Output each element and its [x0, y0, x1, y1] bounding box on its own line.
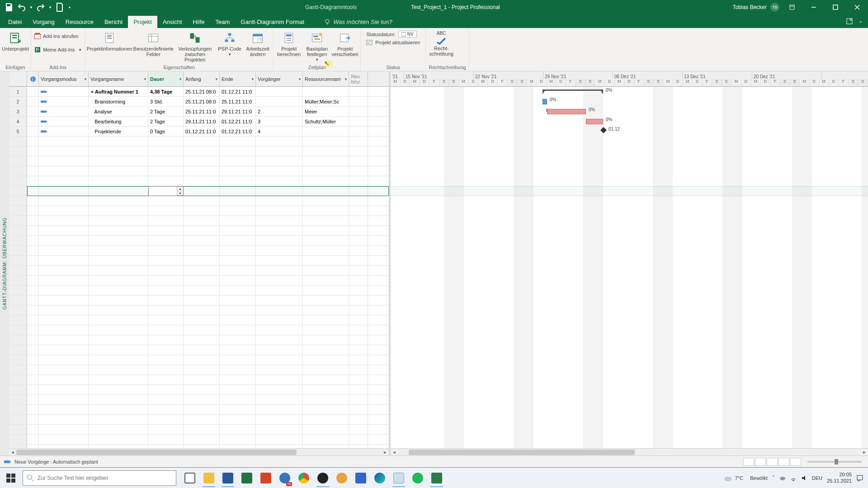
obs-icon[interactable] [314, 469, 332, 487]
minimize-button[interactable] [805, 0, 823, 14]
anfang-cell[interactable]: 25.11.21 11:0 [184, 107, 220, 116]
row-number[interactable] [9, 415, 27, 424]
tab-ansicht[interactable]: Ansicht [157, 16, 188, 28]
scroll-left-icon[interactable]: ◄ [9, 449, 16, 456]
basisplan-button[interactable]: Basisplan festlegen▼ [304, 30, 330, 62]
name-cell[interactable]: ▲Auftrag Nummer 1 [89, 87, 148, 96]
row-number[interactable] [9, 196, 27, 206]
projektinformationen-button[interactable]: Projektinformationen [88, 30, 131, 52]
row-number[interactable] [9, 166, 27, 176]
tab-ressource[interactable]: Ressource [60, 16, 99, 28]
ressourcen-cell[interactable]: Schultz;Müller [303, 117, 349, 126]
row-number[interactable] [9, 296, 27, 305]
table-row[interactable] [9, 136, 389, 146]
ende-cell[interactable]: 29.11.21 11:0 [220, 107, 256, 116]
start-button[interactable] [0, 468, 22, 488]
spin-down-icon[interactable]: ▼ [177, 191, 183, 196]
name-cell[interactable]: Analyse [89, 107, 148, 116]
spotify-icon[interactable] [409, 469, 427, 487]
status-date-button[interactable]: NV [398, 31, 417, 38]
vorgaenger-cell[interactable]: 3 [256, 117, 303, 126]
chrome-icon[interactable] [295, 469, 313, 487]
scroll-right-icon[interactable]: ► [861, 449, 868, 455]
name-cell[interactable]: Projektende [89, 127, 148, 136]
row-number[interactable] [9, 305, 27, 315]
tab-projekt[interactable]: Projekt [128, 16, 157, 28]
wifi-icon[interactable] [790, 475, 797, 481]
row-number[interactable] [9, 315, 27, 325]
table-row[interactable] [9, 405, 389, 415]
gantt-area[interactable]: 0% 0% 0% 0% 01.12 [391, 87, 868, 448]
view-task-usage-button[interactable] [755, 458, 766, 466]
dauer-cell[interactable]: 2 Tage [148, 117, 184, 126]
close-button[interactable] [848, 0, 866, 14]
table-row[interactable]: 5 Projektende0 Tage01.12.21 11:001.12.21… [9, 127, 389, 136]
table-row[interactable] [9, 286, 389, 296]
dauer-cell[interactable]: 3 Std. [148, 97, 184, 106]
vorgaenger-cell[interactable] [256, 87, 303, 96]
timeline-header[interactable]: '2115 Nov '2122 Nov '2129 Nov '2106 Dez … [391, 71, 868, 87]
addins-abrufen-button[interactable]: Add-Ins abrufen [34, 32, 82, 41]
vorgaenger-column-header[interactable]: Vorgänger▼ [256, 71, 303, 86]
table-row[interactable] [9, 276, 389, 286]
table-row[interactable] [9, 445, 389, 448]
notifications-icon[interactable] [856, 474, 863, 482]
row-number[interactable] [9, 435, 27, 444]
anfang-cell[interactable]: 01.12.21 11:0 [184, 127, 220, 136]
table-row[interactable] [9, 305, 389, 315]
powerpoint-icon[interactable] [257, 469, 275, 487]
tab-gantt-format[interactable]: Gantt-Diagramm Format [235, 16, 310, 28]
tab-hilfe[interactable]: Hilfe [188, 16, 210, 28]
table-row[interactable] [9, 365, 389, 375]
redo-icon[interactable] [35, 2, 46, 13]
edge-legacy-icon[interactable]: 73 [276, 469, 294, 487]
view-team-planner-button[interactable] [767, 458, 778, 466]
neu-cell[interactable] [349, 87, 368, 96]
table-row[interactable] [9, 395, 389, 405]
table-row[interactable] [9, 196, 389, 206]
ressourcen-cell[interactable]: Müller;Meier;Sc [303, 97, 349, 106]
weather-widget[interactable]: 7°C Bewölkt [723, 474, 768, 483]
row-number[interactable] [9, 345, 27, 355]
row-number[interactable] [9, 286, 27, 295]
task-bar-critical[interactable] [547, 109, 586, 114]
row-number[interactable] [9, 206, 27, 216]
row-number[interactable]: 4 [9, 117, 27, 126]
row-number[interactable]: 2 [9, 97, 27, 106]
view-report-button[interactable] [790, 458, 801, 466]
vorgaenger-cell[interactable] [256, 97, 303, 106]
table-row[interactable] [9, 375, 389, 385]
projekt-aktualisieren-button[interactable]: Projekt aktualisieren [366, 39, 420, 46]
projekt-berechnen-button[interactable]: Projekt berechnen [276, 30, 302, 57]
ribbon-display-icon[interactable] [783, 0, 801, 14]
table-row[interactable] [9, 206, 389, 216]
tell-me-search[interactable]: Was möchten Sie tun? [319, 16, 398, 28]
grid-horizontal-scrollbar[interactable]: ◄ ► [9, 448, 389, 455]
add-column-header[interactable]: Neu hinz [349, 71, 368, 86]
verknuepfungen-button[interactable]: Verknüpfungen zwischen Projekten [175, 30, 214, 62]
table-row[interactable] [9, 176, 389, 186]
row-number[interactable] [9, 246, 27, 255]
table-row[interactable] [9, 435, 389, 445]
spin-up-icon[interactable]: ▲ [177, 187, 183, 191]
save-icon[interactable] [4, 2, 14, 13]
dauer-cell[interactable]: 0 Tage [148, 127, 184, 136]
tab-datei[interactable]: Datei [3, 16, 27, 28]
table-row[interactable]: 4 Bearbeitung2 Tage29.11.21 11:001.12.21… [9, 117, 389, 127]
ende-cell[interactable]: 01.12.21 11:0 [220, 127, 256, 136]
language-indicator[interactable]: DEU [812, 475, 822, 481]
app-icon-2[interactable] [352, 469, 370, 487]
app-icon-1[interactable] [333, 469, 351, 487]
dauer-column-header[interactable]: Dauer▼ [148, 71, 184, 86]
table-row[interactable] [9, 146, 389, 156]
unterprojekt-button[interactable]: Unterprojekt [3, 30, 28, 52]
row-number[interactable] [9, 186, 27, 196]
undo-icon[interactable] [16, 2, 27, 13]
table-row[interactable] [9, 415, 389, 425]
neu-cell[interactable] [349, 107, 368, 116]
row-number[interactable] [9, 445, 27, 448]
ende-cell[interactable]: 25.11.21 11:0 [220, 97, 256, 106]
anfang-cell[interactable]: 29.11.21 11:0 [184, 117, 220, 126]
row-number[interactable] [9, 355, 27, 365]
user-avatar[interactable]: TB [770, 3, 779, 12]
